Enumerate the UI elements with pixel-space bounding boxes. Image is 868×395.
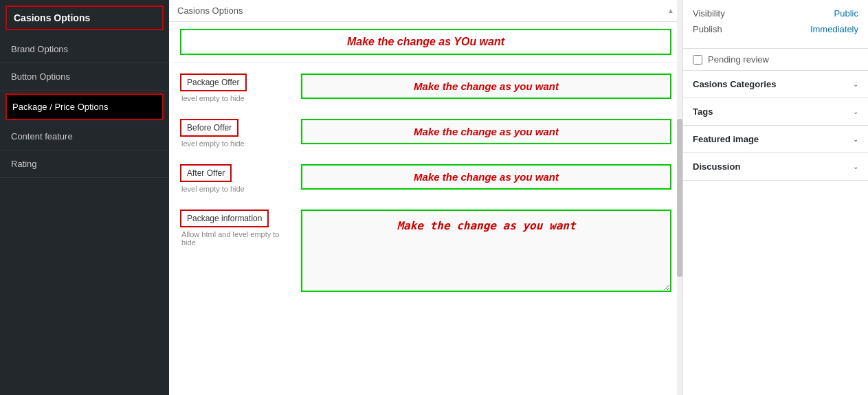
field-input-block-package-information: Make the change as you want [301, 210, 671, 292]
field-row-package-information: Package information Allow html and level… [180, 210, 671, 292]
pending-review-label: Pending review [708, 54, 769, 65]
field-row-after-offer: After Offer level empty to hide [180, 164, 671, 193]
discussion-header[interactable]: Discussion ⌄ [683, 153, 868, 181]
main-content: Casions Options ▲ Package Offer level em… [169, 0, 682, 395]
field-hint-package-offer: level empty to hide [180, 94, 290, 102]
field-row-package-offer: Package Offer level empty to hide [180, 74, 671, 102]
publish-row: Publish Immediately [693, 24, 858, 34]
field-label-package-information: Package information [180, 210, 269, 227]
field-input-block-after-offer [301, 164, 671, 190]
header-row [169, 22, 682, 63]
pending-review-row: Pending review [683, 49, 868, 71]
field-input-after-offer[interactable] [301, 164, 671, 190]
discussion-title: Discussion [693, 161, 740, 172]
featured-image-title: Featured image [693, 134, 759, 144]
scroll-track [677, 0, 682, 395]
tags-chevron: ⌄ [853, 108, 858, 115]
field-hint-before-offer: level empty to hide [180, 139, 290, 148]
right-panel: Visibility Public Publish Immediately Pe… [682, 0, 868, 395]
field-input-package-offer[interactable] [301, 74, 671, 99]
top-bar-title: Casions Options [177, 5, 243, 16]
field-hint-after-offer: level empty to hide [180, 185, 290, 193]
field-input-block-package-offer [301, 74, 671, 99]
tags-title: Tags [693, 106, 713, 117]
field-input-block-before-offer [301, 119, 671, 144]
field-row-before-offer: Before Offer level empty to hide [180, 119, 671, 148]
discussion-chevron: ⌄ [853, 163, 858, 170]
collapse-arrow[interactable]: ▲ [667, 7, 674, 14]
publish-value[interactable]: Immediately [810, 24, 858, 34]
publish-label: Publish [693, 24, 722, 34]
scroll-thumb[interactable] [677, 119, 682, 277]
field-label-block-package-information: Package information Allow html and level… [180, 210, 290, 247]
field-label-package-offer: Package Offer [180, 74, 247, 91]
tags-header[interactable]: Tags ⌄ [683, 98, 868, 126]
featured-image-header[interactable]: Featured image ⌄ [683, 126, 868, 153]
visibility-label: Visibility [693, 8, 725, 19]
visibility-row: Visibility Public [693, 8, 858, 19]
top-bar: Casions Options ▲ [169, 0, 682, 22]
visibility-value[interactable]: Public [834, 8, 858, 19]
sidebar-item-package-price-options[interactable]: Package / Price Options [5, 93, 164, 120]
sidebar: Casions Options Brand Options Button Opt… [0, 0, 169, 395]
pending-review-checkbox[interactable] [693, 55, 702, 65]
field-input-before-offer[interactable] [301, 119, 671, 144]
field-label-block-package-offer: Package Offer level empty to hide [180, 74, 290, 102]
sidebar-header[interactable]: Casions Options [5, 5, 164, 30]
publish-section: Visibility Public Publish Immediately [683, 0, 868, 49]
field-hint-package-information: Allow html and level empty to hide [180, 230, 290, 247]
field-label-block-after-offer: After Offer level empty to hide [180, 164, 290, 193]
casions-categories-header[interactable]: Casions Categories ⌄ [683, 71, 868, 98]
header-input[interactable] [180, 29, 671, 55]
sidebar-item-rating[interactable]: Rating [0, 150, 169, 178]
casions-categories-chevron: ⌄ [853, 80, 858, 88]
field-label-after-offer: After Offer [180, 164, 232, 182]
sidebar-item-brand-options[interactable]: Brand Options [0, 36, 169, 63]
sidebar-item-button-options[interactable]: Button Options [0, 63, 169, 91]
sidebar-item-content-feature[interactable]: Content feature [0, 123, 169, 150]
casions-categories-title: Casions Categories [693, 79, 776, 89]
featured-image-chevron: ⌄ [853, 135, 858, 143]
fields-area: Package Offer level empty to hide Before… [169, 63, 682, 319]
field-label-block-before-offer: Before Offer level empty to hide [180, 119, 290, 148]
field-label-before-offer: Before Offer [180, 119, 238, 137]
field-textarea-package-information[interactable]: Make the change as you want [301, 210, 671, 292]
